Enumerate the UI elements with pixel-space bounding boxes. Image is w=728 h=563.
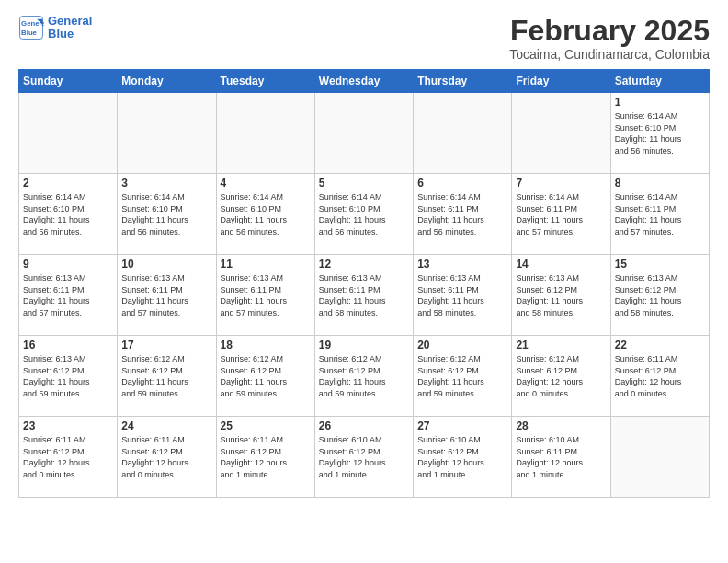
day-info: Sunrise: 6:12 AM Sunset: 6:12 PM Dayligh…: [221, 353, 311, 399]
calendar-cell: 12Sunrise: 6:13 AM Sunset: 6:11 PM Dayli…: [314, 255, 413, 336]
day-number: 9: [23, 258, 113, 270]
calendar-cell: [19, 93, 118, 174]
calendar-header-row: SundayMondayTuesdayWednesdayThursdayFrid…: [19, 70, 710, 93]
day-info: Sunrise: 6:11 AM Sunset: 6:12 PM Dayligh…: [221, 434, 311, 480]
calendar-cell: 14Sunrise: 6:13 AM Sunset: 6:12 PM Dayli…: [512, 255, 610, 336]
day-info: Sunrise: 6:13 AM Sunset: 6:11 PM Dayligh…: [319, 272, 409, 318]
calendar-cell: 1Sunrise: 6:14 AM Sunset: 6:10 PM Daylig…: [610, 93, 709, 174]
calendar-cell: [118, 93, 216, 174]
calendar-cell: 17Sunrise: 6:12 AM Sunset: 6:12 PM Dayli…: [118, 336, 216, 417]
day-info: Sunrise: 6:13 AM Sunset: 6:11 PM Dayligh…: [417, 272, 507, 318]
day-info: Sunrise: 6:13 AM Sunset: 6:11 PM Dayligh…: [121, 272, 211, 318]
calendar-cell: 19Sunrise: 6:12 AM Sunset: 6:12 PM Dayli…: [314, 336, 413, 417]
logo-line1: General: [48, 15, 92, 28]
day-info: Sunrise: 6:11 AM Sunset: 6:12 PM Dayligh…: [23, 434, 113, 480]
svg-text:Blue: Blue: [21, 29, 38, 37]
day-info: Sunrise: 6:10 AM Sunset: 6:11 PM Dayligh…: [516, 434, 606, 480]
day-number: 14: [516, 258, 606, 270]
day-info: Sunrise: 6:10 AM Sunset: 6:12 PM Dayligh…: [319, 434, 409, 480]
calendar-cell: 22Sunrise: 6:11 AM Sunset: 6:12 PM Dayli…: [610, 336, 709, 417]
day-number: 22: [615, 339, 705, 351]
day-info: Sunrise: 6:13 AM Sunset: 6:11 PM Dayligh…: [23, 272, 113, 318]
calendar-cell: 21Sunrise: 6:12 AM Sunset: 6:12 PM Dayli…: [512, 336, 610, 417]
day-number: 13: [417, 258, 507, 270]
day-number: 20: [417, 339, 507, 351]
header-saturday: Saturday: [610, 70, 709, 93]
day-info: Sunrise: 6:13 AM Sunset: 6:11 PM Dayligh…: [221, 272, 311, 318]
calendar-cell: [512, 93, 610, 174]
day-info: Sunrise: 6:11 AM Sunset: 6:12 PM Dayligh…: [121, 434, 211, 480]
calendar-cell: 24Sunrise: 6:11 AM Sunset: 6:12 PM Dayli…: [118, 417, 216, 498]
day-number: 17: [121, 339, 211, 351]
header-friday: Friday: [512, 70, 610, 93]
day-number: 3: [121, 177, 211, 190]
day-number: 25: [221, 419, 311, 432]
week-row-0: 1Sunrise: 6:14 AM Sunset: 6:10 PM Daylig…: [19, 93, 710, 174]
day-info: Sunrise: 6:14 AM Sunset: 6:10 PM Dayligh…: [121, 191, 211, 237]
day-number: 23: [23, 419, 113, 432]
day-number: 26: [319, 419, 409, 432]
calendar-cell: 25Sunrise: 6:11 AM Sunset: 6:12 PM Dayli…: [216, 417, 314, 498]
calendar-cell: 27Sunrise: 6:10 AM Sunset: 6:12 PM Dayli…: [414, 417, 512, 498]
day-info: Sunrise: 6:12 AM Sunset: 6:12 PM Dayligh…: [417, 353, 507, 399]
day-number: 11: [221, 258, 311, 270]
day-info: Sunrise: 6:12 AM Sunset: 6:12 PM Dayligh…: [516, 353, 606, 399]
day-info: Sunrise: 6:10 AM Sunset: 6:12 PM Dayligh…: [417, 434, 507, 480]
day-number: 19: [319, 339, 409, 351]
day-number: 21: [516, 339, 606, 351]
calendar-cell: 26Sunrise: 6:10 AM Sunset: 6:12 PM Dayli…: [314, 417, 413, 498]
week-row-2: 9Sunrise: 6:13 AM Sunset: 6:11 PM Daylig…: [19, 255, 710, 336]
day-number: 10: [121, 258, 211, 270]
calendar-cell: [314, 93, 413, 174]
logo-line2: Blue: [48, 28, 74, 40]
page: General Blue General Blue February 2025 …: [0, 0, 728, 563]
day-info: Sunrise: 6:13 AM Sunset: 6:12 PM Dayligh…: [516, 272, 606, 318]
calendar-cell: 8Sunrise: 6:14 AM Sunset: 6:11 PM Daylig…: [610, 174, 709, 255]
week-row-3: 16Sunrise: 6:13 AM Sunset: 6:12 PM Dayli…: [19, 336, 710, 417]
calendar-cell: 9Sunrise: 6:13 AM Sunset: 6:11 PM Daylig…: [19, 255, 118, 336]
week-row-4: 23Sunrise: 6:11 AM Sunset: 6:12 PM Dayli…: [19, 417, 710, 498]
day-number: 7: [516, 177, 606, 190]
calendar-cell: 23Sunrise: 6:11 AM Sunset: 6:12 PM Dayli…: [19, 417, 118, 498]
calendar-cell: [414, 93, 512, 174]
day-info: Sunrise: 6:14 AM Sunset: 6:10 PM Dayligh…: [221, 191, 311, 237]
calendar-cell: [216, 93, 314, 174]
calendar-title: February 2025: [509, 15, 710, 47]
week-row-1: 2Sunrise: 6:14 AM Sunset: 6:10 PM Daylig…: [19, 174, 710, 255]
day-info: Sunrise: 6:12 AM Sunset: 6:12 PM Dayligh…: [319, 353, 409, 399]
calendar-cell: 15Sunrise: 6:13 AM Sunset: 6:12 PM Dayli…: [610, 255, 709, 336]
calendar-cell: 6Sunrise: 6:14 AM Sunset: 6:11 PM Daylig…: [414, 174, 512, 255]
day-info: Sunrise: 6:14 AM Sunset: 6:10 PM Dayligh…: [319, 191, 409, 237]
header: General Blue General Blue February 2025 …: [18, 15, 710, 62]
title-block: February 2025 Tocaima, Cundinamarca, Col…: [509, 15, 710, 62]
calendar-cell: 11Sunrise: 6:13 AM Sunset: 6:11 PM Dayli…: [216, 255, 314, 336]
day-info: Sunrise: 6:12 AM Sunset: 6:12 PM Dayligh…: [121, 353, 211, 399]
calendar-cell: 16Sunrise: 6:13 AM Sunset: 6:12 PM Dayli…: [19, 336, 118, 417]
header-tuesday: Tuesday: [216, 70, 314, 93]
calendar-cell: 28Sunrise: 6:10 AM Sunset: 6:11 PM Dayli…: [512, 417, 610, 498]
header-wednesday: Wednesday: [314, 70, 413, 93]
day-info: Sunrise: 6:14 AM Sunset: 6:11 PM Dayligh…: [615, 191, 705, 237]
header-sunday: Sunday: [19, 70, 118, 93]
day-info: Sunrise: 6:14 AM Sunset: 6:10 PM Dayligh…: [23, 191, 113, 237]
day-number: 6: [417, 177, 507, 190]
day-number: 27: [417, 419, 507, 432]
calendar-cell: 10Sunrise: 6:13 AM Sunset: 6:11 PM Dayli…: [118, 255, 216, 336]
calendar-cell: 20Sunrise: 6:12 AM Sunset: 6:12 PM Dayli…: [414, 336, 512, 417]
day-number: 16: [23, 339, 113, 351]
calendar-cell: [610, 417, 709, 498]
calendar-subtitle: Tocaima, Cundinamarca, Colombia: [509, 47, 710, 62]
calendar-cell: 5Sunrise: 6:14 AM Sunset: 6:10 PM Daylig…: [314, 174, 413, 255]
header-thursday: Thursday: [414, 70, 512, 93]
day-number: 2: [23, 177, 113, 190]
day-number: 5: [319, 177, 409, 190]
day-info: Sunrise: 6:13 AM Sunset: 6:12 PM Dayligh…: [615, 272, 705, 318]
day-number: 18: [221, 339, 311, 351]
logo: General Blue General Blue: [18, 15, 92, 41]
calendar-cell: 13Sunrise: 6:13 AM Sunset: 6:11 PM Dayli…: [414, 255, 512, 336]
day-number: 28: [516, 419, 606, 432]
header-monday: Monday: [118, 70, 216, 93]
day-number: 1: [615, 96, 705, 109]
day-number: 15: [615, 258, 705, 270]
day-number: 12: [319, 258, 409, 270]
